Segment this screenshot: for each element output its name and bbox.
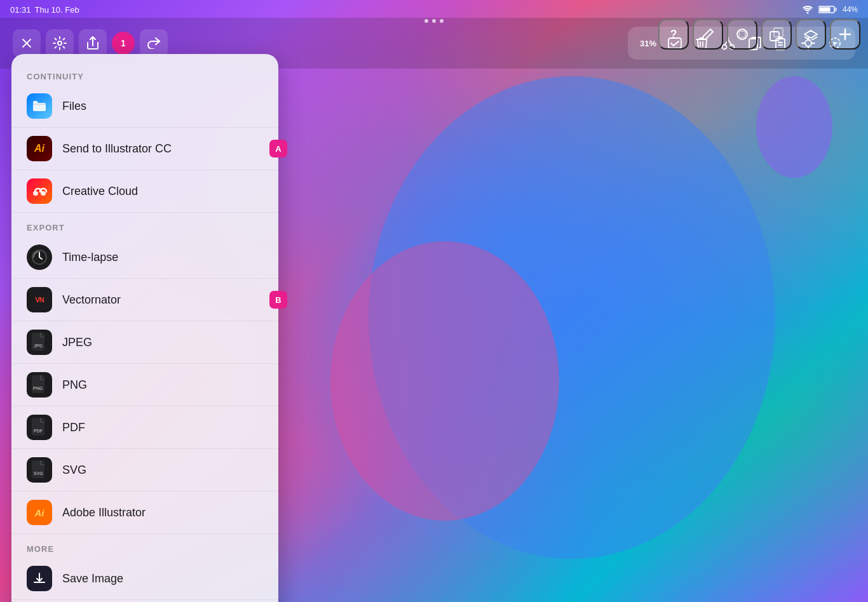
svg-rect-24: [739, 31, 745, 37]
menu-item-png[interactable]: PNG PNG: [11, 364, 278, 406]
menu-item-svg[interactable]: SVG SVG: [11, 449, 278, 492]
jpeg-label: JPEG: [62, 336, 92, 349]
menu-item-pdf[interactable]: PDF PDF: [11, 406, 278, 449]
toolbar-left: 1: [13, 29, 168, 57]
section-spacer-2: [11, 534, 278, 539]
svg-point-11: [58, 41, 62, 45]
timelapse-label: Time-lapse: [62, 251, 118, 264]
dot-1: [424, 19, 428, 23]
badge-count: 1: [121, 38, 126, 48]
battery-percent: 44%: [843, 5, 858, 14]
svg-text:PDF: PDF: [34, 429, 43, 433]
dot-3: [440, 19, 444, 23]
svg-point-5: [806, 12, 808, 14]
wifi-icon: [802, 5, 813, 14]
pencil-button[interactable]: [693, 19, 723, 50]
status-time-group: 01:31 Thu 10. Feb: [10, 5, 79, 15]
export-header: EXPORT: [11, 218, 278, 236]
svg-rect-30: [41, 191, 46, 196]
status-bar: 01:31 Thu 10. Feb 44%: [0, 0, 868, 19]
creative-cloud-icon: [27, 178, 52, 204]
ai-icon: Ai: [27, 136, 52, 161]
menu-item-timelapse[interactable]: Time-lapse: [11, 236, 278, 279]
shape-button[interactable]: [727, 19, 757, 50]
png-label: PNG: [62, 378, 87, 392]
send-illustrator-label: Send to Illustrator CC: [62, 142, 172, 156]
svg-text:SVG: SVG: [34, 471, 43, 476]
pdf-icon: PDF: [27, 415, 52, 440]
svg-text:PNG: PNG: [33, 386, 43, 391]
multi-select-button[interactable]: [761, 19, 792, 50]
vectornator-label: Vectornator: [62, 293, 121, 307]
status-date: Thu 10. Feb: [35, 5, 79, 15]
add-button[interactable]: [830, 19, 860, 50]
svg-rect-8: [819, 8, 830, 12]
help-button[interactable]: ?: [658, 19, 689, 50]
zoom-level: 31%: [640, 39, 656, 48]
settings-button[interactable]: [46, 29, 74, 57]
section-spacer-1: [11, 213, 278, 218]
badge-a: A: [269, 140, 287, 157]
timelapse-icon: [27, 244, 52, 270]
share-menu: CONTINUITY Files Ai Send to Illustrator …: [11, 54, 278, 602]
continuity-header: CONTINUITY: [11, 67, 278, 85]
right-toolbar: ?: [658, 19, 860, 50]
svg-text:JPG: JPG: [34, 344, 43, 348]
redo-button[interactable]: [140, 29, 168, 57]
status-right: 44%: [802, 5, 858, 14]
battery-icon: [818, 5, 837, 14]
pdf-label: PDF: [62, 421, 85, 434]
help-label: ?: [670, 28, 677, 41]
menu-item-save-image[interactable]: Save Image: [11, 558, 278, 600]
menu-item-vectornator[interactable]: VN Vectornator B: [11, 279, 278, 321]
status-time: 01:31: [10, 5, 31, 15]
save-image-icon: [27, 566, 52, 591]
svg-icon: SVG: [27, 457, 52, 483]
badge-b: B: [269, 291, 287, 309]
svg-rect-29: [33, 191, 38, 196]
adobe-illustrator-label: Adobe Illustrator: [62, 506, 146, 519]
creative-cloud-label: Creative Cloud: [62, 185, 138, 198]
dot-2: [432, 19, 436, 23]
jpeg-icon: JPG: [27, 330, 52, 355]
menu-item-adobe-illustrator[interactable]: Ai Adobe Illustrator: [11, 492, 278, 534]
vectornator-icon: VN: [27, 287, 52, 312]
files-label: Files: [62, 100, 86, 113]
png-icon: PNG: [27, 372, 52, 398]
svg-label: SVG: [62, 464, 86, 477]
menu-item-files[interactable]: Files: [11, 85, 278, 128]
more-header: MORE: [11, 539, 278, 558]
menu-item-creative-cloud[interactable]: Creative Cloud: [11, 170, 278, 213]
menu-item-send-illustrator[interactable]: Ai Send to Illustrator CC A: [11, 128, 278, 170]
layers-button[interactable]: [796, 19, 826, 50]
close-button[interactable]: [13, 29, 41, 57]
share-button[interactable]: [79, 29, 107, 57]
notification-badge[interactable]: 1: [112, 32, 135, 55]
svg-rect-7: [835, 8, 837, 11]
zoom-button[interactable]: 31%: [637, 32, 660, 55]
menu-item-jpeg[interactable]: JPG JPEG: [11, 321, 278, 364]
files-icon: [27, 93, 52, 119]
drag-handle: [424, 19, 444, 23]
save-image-label: Save Image: [62, 572, 123, 585]
adobe-illustrator-icon: Ai: [27, 500, 52, 525]
